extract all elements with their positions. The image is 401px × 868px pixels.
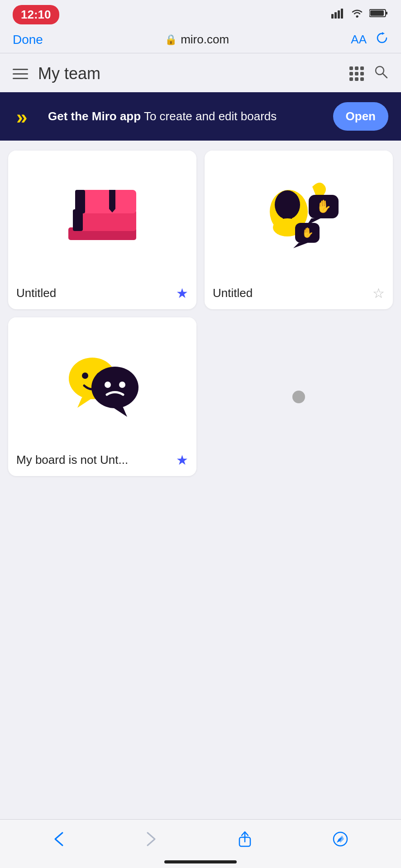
app-content: My team	[0, 53, 401, 813]
board-thumbnail-1: ✋ ✋	[205, 151, 393, 277]
svg-point-33	[91, 367, 138, 408]
back-button[interactable]	[53, 831, 65, 851]
svg-rect-7	[370, 10, 384, 16]
browser-bar: Done 🔒 miro.com AA	[0, 27, 401, 53]
banner-bold-text: Get the Miro app	[48, 109, 141, 123]
svg-rect-6	[386, 12, 387, 14]
nav-actions	[349, 65, 388, 83]
home-indicator	[164, 860, 237, 863]
star-button-0[interactable]: ★	[176, 285, 188, 301]
star-button-1[interactable]: ☆	[372, 285, 385, 301]
signal-icon	[331, 8, 345, 21]
svg-text:✋: ✋	[301, 226, 314, 239]
pagination-area	[205, 317, 393, 476]
url-text: miro.com	[181, 33, 229, 47]
compass-button[interactable]	[332, 831, 348, 851]
board-name-1: Untitled	[213, 286, 253, 300]
status-icons	[331, 8, 388, 21]
board-name-0: Untitled	[16, 286, 56, 300]
svg-point-20	[275, 190, 300, 219]
svg-rect-2	[338, 10, 340, 19]
board-card-1[interactable]: ✋ ✋ Untitled ☆	[205, 151, 393, 309]
team-title: My team	[38, 64, 349, 83]
svg-rect-1	[334, 12, 337, 19]
board-name-2: My board is not Unt...	[16, 453, 128, 467]
lock-icon: 🔒	[165, 34, 177, 46]
svg-text:✋: ✋	[316, 199, 332, 214]
svg-point-36	[119, 382, 125, 388]
url-bar: 🔒 miro.com	[165, 33, 229, 47]
board-footer-1: Untitled ☆	[205, 277, 393, 309]
text-size-button[interactable]: AA	[351, 33, 367, 47]
bottom-actions	[0, 820, 401, 860]
promo-banner: » Get the Miro app To create and edit bo…	[0, 92, 401, 141]
board-footer-0: Untitled ★	[8, 277, 196, 309]
browser-actions: AA	[351, 32, 388, 47]
status-time: 12:10	[13, 5, 59, 24]
grid-view-button[interactable]	[349, 66, 364, 81]
board-card-2[interactable]: My board is not Unt... ★	[8, 317, 196, 476]
top-nav: My team	[0, 53, 401, 92]
board-card-0[interactable]: Untitled ★	[8, 151, 196, 309]
bottom-browser-bar	[0, 819, 401, 868]
svg-line-9	[383, 74, 387, 78]
wifi-icon	[350, 8, 364, 21]
board-thumbnail-0	[8, 151, 196, 277]
banner-rest-text: To create and edit boards	[141, 109, 277, 123]
share-button[interactable]	[237, 831, 253, 851]
search-button[interactable]	[374, 65, 388, 83]
svg-rect-17	[109, 190, 115, 209]
board-grid: Untitled ★	[0, 141, 401, 486]
svg-point-31	[82, 373, 88, 379]
done-button[interactable]: Done	[13, 33, 43, 47]
forward-button[interactable]	[145, 831, 158, 851]
battery-icon	[369, 8, 388, 21]
pagination-dot	[292, 391, 305, 403]
svg-text:»: »	[16, 106, 27, 128]
svg-point-4	[356, 15, 358, 18]
menu-button[interactable]	[13, 69, 28, 79]
refresh-button[interactable]	[376, 32, 388, 47]
svg-marker-27	[293, 243, 308, 248]
svg-rect-0	[331, 14, 334, 19]
svg-rect-16	[75, 190, 85, 213]
board-thumbnail-2	[8, 317, 196, 444]
banner-text: Get the Miro app To create and edit boar…	[48, 108, 325, 124]
status-bar: 12:10	[0, 0, 401, 27]
svg-rect-3	[341, 9, 343, 19]
star-button-2[interactable]: ★	[176, 452, 188, 468]
miro-logo: »	[13, 103, 40, 130]
board-footer-2: My board is not Unt... ★	[8, 444, 196, 476]
open-app-button[interactable]: Open	[333, 102, 388, 131]
svg-point-35	[105, 382, 111, 388]
